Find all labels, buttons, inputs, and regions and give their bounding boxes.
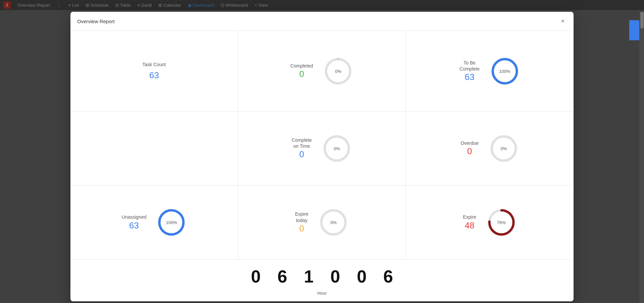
overdue-cell: Overdue 0 0% <box>406 112 574 185</box>
bottom-num-5: 0 <box>357 266 367 287</box>
modal-header: Overview Report × <box>70 12 574 31</box>
expire-donut-label: 76% <box>497 220 506 225</box>
complete-on-time-donut-label: 0% <box>334 146 340 151</box>
to-be-complete-value: 63 <box>460 72 480 82</box>
completed-cell: Completed 0 0% <box>238 31 406 112</box>
expire-today-cell: Expiretoday 0 0% <box>238 185 406 259</box>
expire-today-value: 0 <box>295 223 309 234</box>
unassigned-label: Unassigned <box>122 214 147 220</box>
overdue-donut-label: 0% <box>500 146 507 151</box>
expire-donut: 76% <box>486 207 517 237</box>
unassigned-value: 63 <box>122 220 147 231</box>
scrollbar-thumb[interactable] <box>640 12 644 29</box>
bottom-numbers-section: 0 6 1 0 0 6 <box>70 259 574 290</box>
expire-value: 48 <box>463 220 476 231</box>
close-button[interactable]: × <box>559 17 567 25</box>
to-be-complete-cell: To BeComplete 63 100% <box>406 31 574 112</box>
bottom-num-1: 0 <box>251 266 261 287</box>
bottom-num-4: 0 <box>330 266 340 287</box>
expire-today-label: Expiretoday <box>295 211 309 223</box>
task-count-cell: Task Count 63 <box>70 31 238 112</box>
complete-on-time-cell: Completeon Time 0 0% <box>238 112 406 185</box>
completed-donut-label: 0% <box>335 69 341 74</box>
expire-label: Expire <box>463 214 476 220</box>
overdue-value: 0 <box>461 146 479 157</box>
overview-report-modal: Overview Report × Task Count 63 Complete… <box>70 12 574 301</box>
bottom-num-2: 6 <box>277 266 287 287</box>
empty-cell-row2 <box>70 112 238 185</box>
task-count-label: Task Count <box>142 61 166 68</box>
complete-on-time-label: Completeon Time <box>292 137 312 149</box>
overdue-label: Overdue <box>461 140 479 146</box>
bottom-label: Hour <box>70 290 574 301</box>
expire-today-donut-label: 0% <box>330 220 337 225</box>
completed-value: 0 <box>290 69 313 79</box>
expire-cell: Expire 48 76% <box>406 185 574 259</box>
to-be-complete-label: To BeComplete <box>460 60 480 72</box>
bottom-num-6: 6 <box>383 266 393 287</box>
unassigned-cell: Unassigned 63 100% <box>70 185 238 259</box>
complete-on-time-value: 0 <box>292 149 312 160</box>
unassigned-donut: 100% <box>156 207 186 237</box>
completed-donut: 0% <box>323 56 353 86</box>
completed-label: Completed <box>290 63 313 69</box>
scrollbar-track[interactable] <box>639 12 644 303</box>
side-panel-toggle[interactable] <box>629 20 639 40</box>
overdue-donut: 0% <box>489 133 519 164</box>
modal-body: Task Count 63 Completed 0 <box>70 31 574 259</box>
modal-overlay: Overview Report × Task Count 63 Complete… <box>0 0 644 303</box>
modal-title: Overview Report <box>77 18 115 24</box>
expire-today-donut: 0% <box>318 207 348 237</box>
to-be-complete-donut-label: 100% <box>499 69 510 74</box>
bottom-num-3: 1 <box>304 266 314 287</box>
task-count-value: 63 <box>149 70 159 81</box>
unassigned-donut-label: 100% <box>166 220 177 225</box>
complete-on-time-donut: 0% <box>322 133 352 164</box>
to-be-complete-donut: 100% <box>490 56 520 86</box>
